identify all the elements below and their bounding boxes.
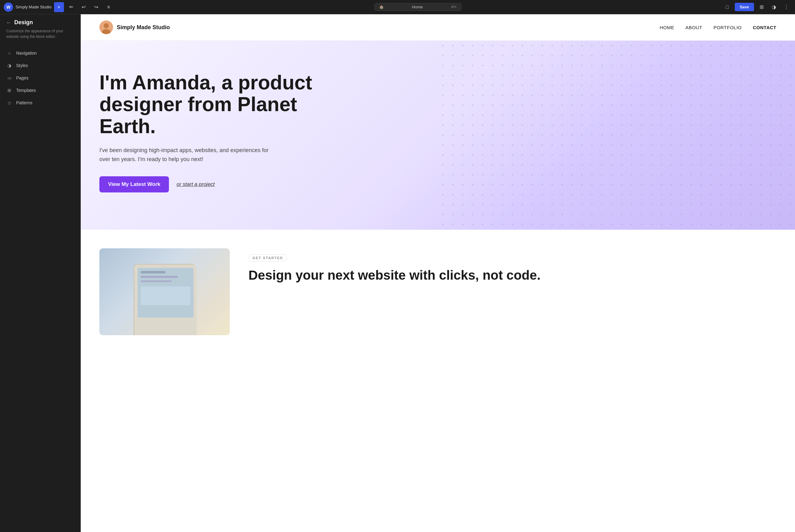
site-logo-name: Simply Made Studio: [117, 24, 170, 31]
sidebar-item-label: Pages: [16, 75, 29, 80]
back-button[interactable]: ←: [6, 20, 11, 25]
url-text: Home: [386, 5, 449, 9]
sidebar-header: ← Design: [0, 14, 80, 28]
nav-about[interactable]: ABOUT: [685, 25, 702, 30]
hero-buttons: View My Latest Work or start a project: [99, 176, 317, 192]
home-icon: 🏠: [379, 5, 384, 9]
url-bar[interactable]: 🏠 Home ⌘K: [374, 3, 461, 11]
view-work-button[interactable]: View My Latest Work: [99, 176, 169, 192]
toggle-sidebar-button[interactable]: ⊞: [757, 2, 766, 12]
wp-logo[interactable]: W: [4, 2, 13, 12]
tablet-illustration: [133, 264, 196, 335]
svg-rect-7: [141, 271, 166, 273]
view-button[interactable]: □: [722, 2, 732, 12]
sidebar-title: Design: [14, 19, 33, 26]
below-hero-content: GET STARTED Design your next website wit…: [248, 248, 776, 283]
nav-home[interactable]: HOME: [660, 25, 674, 30]
sidebar-item-label: Templates: [16, 88, 36, 93]
undo-button[interactable]: ↩: [79, 2, 89, 12]
top-bar: W Simply Made Studio + ✏ ↩ ↪ ≡ 🏠 Home ⌘K…: [0, 0, 795, 14]
avatar: [99, 20, 113, 34]
hero-content: I'm Amanda, a product designer from Plan…: [99, 72, 317, 192]
svg-rect-10: [141, 286, 190, 305]
website-preview: Simply Made Studio HOME ABOUT PORTFOLIO …: [81, 14, 795, 532]
draw-button[interactable]: ✏: [67, 2, 76, 12]
list-view-button[interactable]: ≡: [104, 2, 114, 12]
sidebar-item-templates[interactable]: ⊞ Templates: [0, 84, 80, 97]
main-layout: ← Design Customize the appearance of you…: [0, 14, 795, 532]
redo-button[interactable]: ↪: [91, 2, 101, 12]
hero-subtitle: I've been designing high-impact apps, we…: [99, 146, 273, 164]
sidebar-item-navigation[interactable]: ○ Navigation: [0, 47, 80, 59]
hero-section: I'm Amanda, a product designer from Plan…: [81, 41, 795, 230]
top-bar-left: W Simply Made Studio + ✏ ↩ ↪ ≡: [4, 2, 114, 12]
url-shortcut: ⌘K: [451, 5, 457, 9]
below-hero-image: [99, 248, 230, 335]
add-block-button[interactable]: +: [54, 2, 64, 12]
start-project-link[interactable]: or start a project: [177, 181, 215, 188]
patterns-icon: ◇: [6, 100, 13, 106]
svg-rect-9: [141, 280, 172, 282]
svg-rect-8: [141, 276, 178, 278]
more-options-button[interactable]: ⋮: [781, 2, 791, 12]
get-started-badge: GET STARTED: [248, 254, 287, 261]
sidebar-item-patterns[interactable]: ◇ Patterns: [0, 97, 80, 109]
sidebar-item-pages[interactable]: ▭ Pages: [0, 72, 80, 84]
site-logo: Simply Made Studio: [99, 20, 170, 34]
section-title: Design your next website with clicks, no…: [248, 268, 776, 283]
sidebar-item-label: Navigation: [16, 51, 37, 56]
canvas-area: Simply Made Studio HOME ABOUT PORTFOLIO …: [81, 14, 795, 532]
sidebar: ← Design Customize the appearance of you…: [0, 14, 81, 532]
hero-title: I'm Amanda, a product designer from Plan…: [99, 72, 317, 137]
navigation-icon: ○: [6, 50, 13, 56]
nav-contact[interactable]: CONTACT: [753, 25, 776, 30]
top-bar-center: 🏠 Home ⌘K: [374, 3, 461, 11]
below-hero-section: GET STARTED Design your next website wit…: [81, 230, 795, 354]
top-bar-right: □ Save ⊞ ◑ ⋮: [722, 2, 791, 12]
sidebar-item-label: Patterns: [16, 100, 32, 105]
site-header: Simply Made Studio HOME ABOUT PORTFOLIO …: [81, 14, 795, 41]
site-title: Simply Made Studio: [16, 5, 52, 9]
save-button[interactable]: Save: [735, 3, 754, 11]
sidebar-item-styles[interactable]: ◑ Styles: [0, 59, 80, 72]
pages-icon: ▭: [6, 75, 13, 81]
sidebar-description: Customize the appearance of your website…: [0, 28, 80, 44]
sidebar-nav: ○ Navigation ◑ Styles ▭ Pages ⊞ Template…: [0, 44, 80, 111]
contrast-button[interactable]: ◑: [769, 2, 779, 12]
styles-icon: ◑: [6, 62, 13, 69]
templates-icon: ⊞: [6, 87, 13, 93]
svg-point-1: [104, 23, 109, 28]
hero-dots-pattern: [438, 41, 795, 230]
site-main-nav: HOME ABOUT PORTFOLIO CONTACT: [660, 25, 776, 30]
nav-portfolio[interactable]: PORTFOLIO: [713, 25, 742, 30]
svg-rect-4: [438, 41, 795, 230]
sidebar-item-label: Styles: [16, 63, 28, 68]
